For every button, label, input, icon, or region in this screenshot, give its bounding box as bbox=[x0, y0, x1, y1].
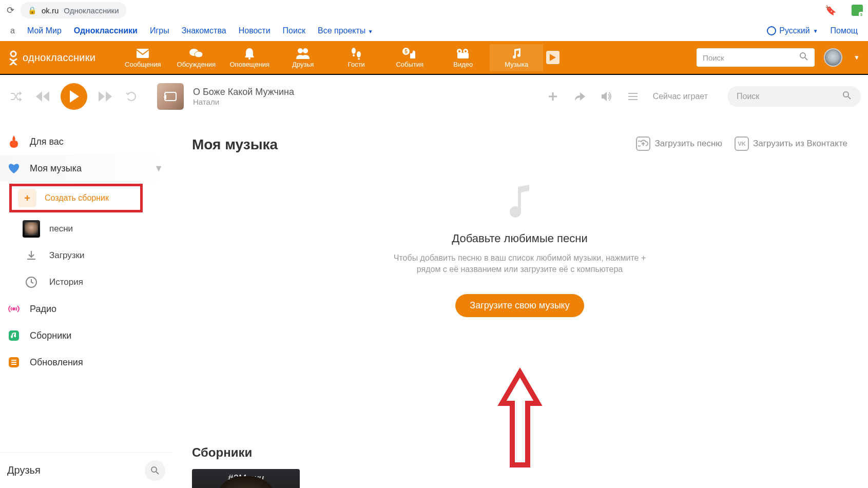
upload-vk-button[interactable]: VK Загрузить из Вконтакте bbox=[735, 136, 847, 151]
header-nav-discussions[interactable]: Обсуждения bbox=[169, 44, 223, 71]
sidebar-item-updates[interactable]: Обновления bbox=[0, 349, 172, 376]
track-info: О Боже Какой Мужчина Натали bbox=[193, 87, 294, 106]
upload-music-button[interactable]: Загрузите свою музыку bbox=[455, 294, 584, 317]
album-card[interactable]: #2Маши bbox=[192, 469, 300, 488]
next-track-button[interactable] bbox=[97, 88, 114, 105]
now-playing-label[interactable]: Сейчас играет bbox=[653, 92, 708, 101]
empty-state: Добавьте любимые песни Чтобы добавить пе… bbox=[192, 184, 847, 317]
thumbs-up-badge-icon: 5 bbox=[402, 47, 417, 60]
brand-logo[interactable]: одноклассники bbox=[8, 50, 116, 65]
friends-icon bbox=[295, 47, 311, 60]
annotation-arrow-icon bbox=[497, 367, 543, 470]
header-nav-guests[interactable]: Гости bbox=[330, 44, 383, 71]
adblock-badge-icon[interactable] bbox=[852, 5, 863, 16]
chevron-down-icon: ▼ bbox=[368, 29, 373, 34]
svg-line-24 bbox=[848, 96, 851, 99]
chevron-down-icon: ▼ bbox=[154, 163, 163, 174]
chat-icon bbox=[189, 47, 203, 60]
browser-address-bar: ⟳ 🔒 ok.ru Одноклассники 🔖 bbox=[0, 0, 868, 21]
svg-point-18 bbox=[800, 53, 805, 58]
collections-icon bbox=[7, 329, 21, 342]
svg-point-23 bbox=[843, 92, 848, 97]
portal-nav: a Мой Мир Одноклассники Игры Знакомства … bbox=[0, 21, 868, 41]
mini-player-icon[interactable] bbox=[546, 51, 560, 64]
music-note-icon bbox=[510, 47, 523, 60]
prev-track-button[interactable] bbox=[34, 88, 51, 105]
sidebar-sub-downloads[interactable]: Загрузки bbox=[23, 242, 172, 269]
svg-point-6 bbox=[303, 48, 308, 53]
updates-icon bbox=[7, 356, 21, 369]
svg-text:5: 5 bbox=[405, 49, 408, 54]
header-search[interactable] bbox=[697, 48, 815, 67]
upload-song-button[interactable]: Загрузить песню bbox=[636, 136, 722, 151]
share-button[interactable] bbox=[571, 88, 588, 105]
plus-icon: + bbox=[18, 189, 36, 207]
add-track-button[interactable] bbox=[544, 88, 562, 105]
sidebar-item-radio[interactable]: Радио bbox=[0, 296, 172, 322]
header-nav-notifications[interactable]: Оповещения bbox=[223, 44, 276, 71]
menu-icon[interactable] bbox=[624, 88, 642, 105]
music-note-icon bbox=[506, 184, 534, 222]
cloud-upload-icon bbox=[636, 136, 650, 151]
chevron-down-icon[interactable]: ▼ bbox=[854, 54, 860, 61]
svg-point-5 bbox=[298, 48, 303, 53]
avatar[interactable] bbox=[824, 48, 842, 67]
portal-link-games[interactable]: Игры bbox=[150, 26, 169, 35]
music-search[interactable] bbox=[727, 86, 861, 107]
empty-state-title: Добавьте любимые песни bbox=[452, 232, 587, 245]
bookmark-icon[interactable]: 🔖 bbox=[825, 5, 836, 16]
header-nav-music[interactable]: Музыка bbox=[490, 44, 543, 71]
portal-link-allprojects[interactable]: Все проекты ▼ bbox=[318, 26, 373, 35]
globe-icon bbox=[767, 26, 776, 35]
header-nav-friends[interactable]: Друзья bbox=[276, 44, 330, 71]
shuffle-button[interactable] bbox=[7, 88, 25, 105]
sidebar-sub-history[interactable]: История bbox=[23, 269, 172, 296]
reload-icon[interactable]: ⟳ bbox=[5, 5, 15, 15]
svg-rect-1 bbox=[137, 49, 149, 58]
volume-button[interactable] bbox=[597, 88, 615, 105]
history-icon bbox=[23, 274, 40, 291]
repeat-button[interactable] bbox=[123, 88, 141, 105]
highlight-create-collection: + Создать сборник bbox=[9, 184, 143, 212]
portal-link-news[interactable]: Новости bbox=[239, 26, 271, 35]
header-nav-video[interactable]: Видео bbox=[436, 44, 490, 71]
svg-line-19 bbox=[805, 57, 807, 60]
svg-point-0 bbox=[11, 51, 16, 56]
sidebar-sub-songs[interactable]: песни bbox=[23, 216, 172, 242]
svg-point-3 bbox=[195, 51, 203, 57]
svg-point-4 bbox=[248, 57, 250, 60]
sidebar-item-foryou[interactable]: Для вас bbox=[0, 128, 172, 155]
track-title[interactable]: О Боже Какой Мужчина bbox=[193, 87, 294, 97]
search-icon[interactable] bbox=[799, 52, 808, 63]
portal-link-dating[interactable]: Знакомства bbox=[182, 26, 226, 35]
language-switch[interactable]: Русский ▼ bbox=[767, 26, 818, 35]
header-search-input[interactable] bbox=[703, 53, 785, 62]
brand-text: одноклассники bbox=[23, 52, 95, 64]
svg-point-8 bbox=[357, 51, 361, 57]
radio-icon bbox=[7, 302, 21, 316]
track-artwork[interactable] bbox=[157, 83, 184, 110]
music-search-input[interactable] bbox=[737, 92, 839, 101]
video-icon bbox=[455, 47, 471, 60]
sidebar-item-mymusic[interactable]: Моя музыка ▼ bbox=[0, 155, 172, 182]
play-button[interactable] bbox=[61, 83, 87, 110]
portal-link-moimir[interactable]: Мой Мир bbox=[27, 26, 62, 35]
svg-point-26 bbox=[12, 307, 15, 310]
create-collection-button[interactable]: + Создать сборник bbox=[18, 187, 136, 209]
sidebar-item-collections[interactable]: Сборники bbox=[0, 322, 172, 349]
search-friends-button[interactable] bbox=[145, 460, 165, 481]
portal-link-search[interactable]: Поиск bbox=[283, 26, 305, 35]
album-thumb-icon bbox=[23, 220, 40, 238]
url-pill[interactable]: 🔒 ok.ru Одноклассники bbox=[21, 2, 126, 18]
portal-link-odnoklassniki[interactable]: Одноклассники bbox=[74, 26, 138, 35]
flame-icon bbox=[7, 135, 21, 148]
url-title: Одноклассники bbox=[64, 6, 119, 15]
track-artist[interactable]: Натали bbox=[193, 97, 294, 106]
search-icon[interactable] bbox=[842, 91, 852, 102]
header-nav-events[interactable]: 5 События bbox=[383, 44, 436, 71]
header-nav-messages[interactable]: Сообщения bbox=[116, 44, 169, 71]
portal-link[interactable]: a bbox=[10, 26, 15, 35]
svg-line-33 bbox=[156, 472, 159, 474]
music-sidebar: Для вас Моя музыка ▼ + Создать сборник п… bbox=[0, 118, 172, 488]
help-link[interactable]: Помощ bbox=[831, 26, 858, 35]
